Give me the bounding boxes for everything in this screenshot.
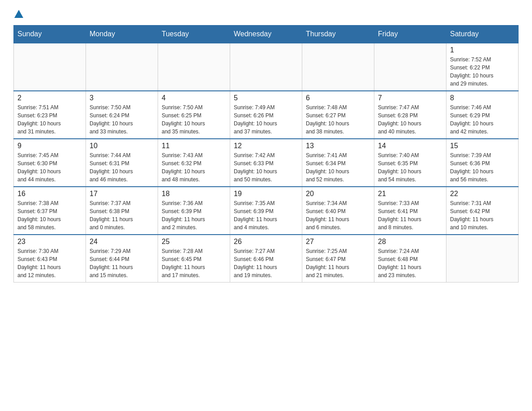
day-number: 11 <box>162 142 226 150</box>
calendar-day-cell: 23Sunrise: 7:30 AM Sunset: 6:43 PM Dayli… <box>14 235 86 283</box>
calendar-day-cell: 8Sunrise: 7:46 AM Sunset: 6:29 PM Daylig… <box>446 91 519 139</box>
day-info: Sunrise: 7:31 AM Sunset: 6:42 PM Dayligh… <box>450 199 515 231</box>
day-number: 23 <box>17 238 82 246</box>
day-info: Sunrise: 7:47 AM Sunset: 6:28 PM Dayligh… <box>378 103 442 136</box>
day-number: 16 <box>17 190 82 198</box>
day-info: Sunrise: 7:24 AM Sunset: 6:48 PM Dayligh… <box>378 247 442 279</box>
day-number: 20 <box>306 190 370 198</box>
day-number: 3 <box>90 94 154 102</box>
day-number: 6 <box>306 94 370 102</box>
day-number: 19 <box>234 190 298 198</box>
day-number: 17 <box>90 190 154 198</box>
calendar-day-cell: 2Sunrise: 7:51 AM Sunset: 6:23 PM Daylig… <box>14 91 86 139</box>
calendar-day-cell <box>446 235 519 283</box>
day-info: Sunrise: 7:40 AM Sunset: 6:35 PM Dayligh… <box>378 151 442 184</box>
calendar-header-row: SundayMondayTuesdayWednesdayThursdayFrid… <box>14 26 519 43</box>
day-info: Sunrise: 7:44 AM Sunset: 6:31 PM Dayligh… <box>90 151 154 184</box>
calendar-day-cell: 3Sunrise: 7:50 AM Sunset: 6:24 PM Daylig… <box>86 91 158 139</box>
calendar-week-row: 1Sunrise: 7:52 AM Sunset: 6:22 PM Daylig… <box>14 43 519 91</box>
calendar-day-cell: 16Sunrise: 7:38 AM Sunset: 6:37 PM Dayli… <box>14 187 86 235</box>
day-info: Sunrise: 7:41 AM Sunset: 6:34 PM Dayligh… <box>306 151 370 184</box>
calendar-week-row: 16Sunrise: 7:38 AM Sunset: 6:37 PM Dayli… <box>14 187 519 235</box>
calendar-day-cell <box>86 43 158 91</box>
day-number: 26 <box>234 238 298 246</box>
day-number: 8 <box>450 94 515 102</box>
calendar-day-cell: 24Sunrise: 7:29 AM Sunset: 6:44 PM Dayli… <box>86 235 158 283</box>
calendar-day-cell: 10Sunrise: 7:44 AM Sunset: 6:31 PM Dayli… <box>86 139 158 187</box>
day-number: 10 <box>90 142 154 150</box>
calendar-day-cell: 25Sunrise: 7:28 AM Sunset: 6:45 PM Dayli… <box>158 235 230 283</box>
calendar-day-cell <box>374 43 446 91</box>
day-info: Sunrise: 7:38 AM Sunset: 6:37 PM Dayligh… <box>17 199 82 231</box>
page-header <box>13 9 519 16</box>
calendar-day-cell <box>158 43 230 91</box>
calendar-day-cell: 5Sunrise: 7:49 AM Sunset: 6:26 PM Daylig… <box>230 91 302 139</box>
day-of-week-header: Saturday <box>446 26 519 43</box>
day-number: 7 <box>378 94 442 102</box>
calendar-day-cell: 18Sunrise: 7:36 AM Sunset: 6:39 PM Dayli… <box>158 187 230 235</box>
calendar-day-cell: 4Sunrise: 7:50 AM Sunset: 6:25 PM Daylig… <box>158 91 230 139</box>
calendar-day-cell: 28Sunrise: 7:24 AM Sunset: 6:48 PM Dayli… <box>374 235 446 283</box>
day-number: 13 <box>306 142 370 150</box>
calendar-day-cell: 20Sunrise: 7:34 AM Sunset: 6:40 PM Dayli… <box>302 187 374 235</box>
day-info: Sunrise: 7:46 AM Sunset: 6:29 PM Dayligh… <box>450 103 515 136</box>
day-info: Sunrise: 7:29 AM Sunset: 6:44 PM Dayligh… <box>90 247 154 279</box>
day-of-week-header: Sunday <box>14 26 86 43</box>
day-number: 22 <box>450 190 515 198</box>
calendar-day-cell <box>14 43 86 91</box>
day-number: 9 <box>17 142 82 150</box>
day-of-week-header: Monday <box>86 26 158 43</box>
day-info: Sunrise: 7:43 AM Sunset: 6:32 PM Dayligh… <box>162 151 226 184</box>
day-info: Sunrise: 7:49 AM Sunset: 6:26 PM Dayligh… <box>234 103 298 136</box>
calendar-day-cell: 17Sunrise: 7:37 AM Sunset: 6:38 PM Dayli… <box>86 187 158 235</box>
calendar-day-cell: 7Sunrise: 7:47 AM Sunset: 6:28 PM Daylig… <box>374 91 446 139</box>
day-info: Sunrise: 7:52 AM Sunset: 6:22 PM Dayligh… <box>450 56 515 88</box>
day-info: Sunrise: 7:27 AM Sunset: 6:46 PM Dayligh… <box>234 247 298 279</box>
day-info: Sunrise: 7:37 AM Sunset: 6:38 PM Dayligh… <box>90 199 154 231</box>
calendar-day-cell: 15Sunrise: 7:39 AM Sunset: 6:36 PM Dayli… <box>446 139 519 187</box>
calendar-day-cell: 11Sunrise: 7:43 AM Sunset: 6:32 PM Dayli… <box>158 139 230 187</box>
day-info: Sunrise: 7:36 AM Sunset: 6:39 PM Dayligh… <box>162 199 226 231</box>
day-number: 24 <box>90 238 154 246</box>
calendar-week-row: 2Sunrise: 7:51 AM Sunset: 6:23 PM Daylig… <box>14 91 519 139</box>
day-info: Sunrise: 7:42 AM Sunset: 6:33 PM Dayligh… <box>234 151 298 184</box>
calendar-day-cell: 14Sunrise: 7:40 AM Sunset: 6:35 PM Dayli… <box>374 139 446 187</box>
day-number: 2 <box>17 94 82 102</box>
day-of-week-header: Friday <box>374 26 446 43</box>
calendar-day-cell: 22Sunrise: 7:31 AM Sunset: 6:42 PM Dayli… <box>446 187 519 235</box>
calendar-day-cell: 27Sunrise: 7:25 AM Sunset: 6:47 PM Dayli… <box>302 235 374 283</box>
day-info: Sunrise: 7:51 AM Sunset: 6:23 PM Dayligh… <box>17 103 82 136</box>
calendar-day-cell: 6Sunrise: 7:48 AM Sunset: 6:27 PM Daylig… <box>302 91 374 139</box>
day-info: Sunrise: 7:39 AM Sunset: 6:36 PM Dayligh… <box>450 151 515 184</box>
calendar-table: SundayMondayTuesdayWednesdayThursdayFrid… <box>13 25 519 283</box>
calendar-week-row: 9Sunrise: 7:45 AM Sunset: 6:30 PM Daylig… <box>14 139 519 187</box>
day-number: 21 <box>378 190 442 198</box>
day-number: 4 <box>162 94 226 102</box>
day-info: Sunrise: 7:33 AM Sunset: 6:41 PM Dayligh… <box>378 199 442 231</box>
calendar-day-cell <box>230 43 302 91</box>
day-info: Sunrise: 7:50 AM Sunset: 6:25 PM Dayligh… <box>162 103 226 136</box>
calendar-day-cell: 12Sunrise: 7:42 AM Sunset: 6:33 PM Dayli… <box>230 139 302 187</box>
calendar-day-cell: 13Sunrise: 7:41 AM Sunset: 6:34 PM Dayli… <box>302 139 374 187</box>
day-number: 5 <box>234 94 298 102</box>
day-info: Sunrise: 7:45 AM Sunset: 6:30 PM Dayligh… <box>17 151 82 184</box>
day-info: Sunrise: 7:50 AM Sunset: 6:24 PM Dayligh… <box>90 103 154 136</box>
calendar-day-cell <box>302 43 374 91</box>
day-number: 15 <box>450 142 515 150</box>
day-of-week-header: Wednesday <box>230 26 302 43</box>
calendar-day-cell: 19Sunrise: 7:35 AM Sunset: 6:39 PM Dayli… <box>230 187 302 235</box>
calendar-day-cell: 1Sunrise: 7:52 AM Sunset: 6:22 PM Daylig… <box>446 43 519 91</box>
day-number: 25 <box>162 238 226 246</box>
day-info: Sunrise: 7:30 AM Sunset: 6:43 PM Dayligh… <box>17 247 82 279</box>
calendar-week-row: 23Sunrise: 7:30 AM Sunset: 6:43 PM Dayli… <box>14 235 519 283</box>
day-info: Sunrise: 7:28 AM Sunset: 6:45 PM Dayligh… <box>162 247 226 279</box>
day-number: 1 <box>450 46 515 54</box>
calendar-day-cell: 9Sunrise: 7:45 AM Sunset: 6:30 PM Daylig… <box>14 139 86 187</box>
calendar-day-cell: 26Sunrise: 7:27 AM Sunset: 6:46 PM Dayli… <box>230 235 302 283</box>
day-number: 27 <box>306 238 370 246</box>
day-info: Sunrise: 7:48 AM Sunset: 6:27 PM Dayligh… <box>306 103 370 136</box>
day-info: Sunrise: 7:34 AM Sunset: 6:40 PM Dayligh… <box>306 199 370 231</box>
day-number: 12 <box>234 142 298 150</box>
day-number: 14 <box>378 142 442 150</box>
day-info: Sunrise: 7:25 AM Sunset: 6:47 PM Dayligh… <box>306 247 370 279</box>
